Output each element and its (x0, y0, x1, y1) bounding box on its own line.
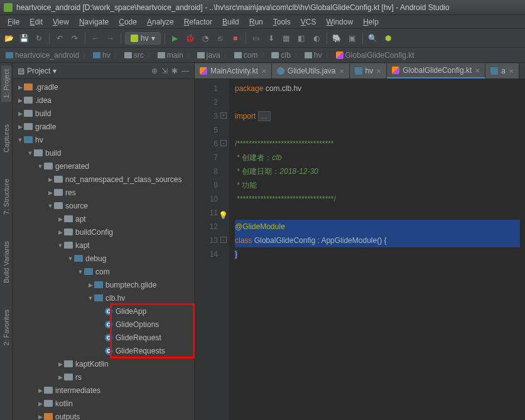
tool-tab-buildvariants[interactable]: Build Variants (1, 237, 11, 287)
tree-arrow-icon[interactable]: ▶ (57, 361, 64, 367)
tree-item[interactable]: CGlideApp (13, 304, 194, 318)
tree-arrow-icon[interactable]: ▶ (57, 216, 64, 222)
breadcrumb-item[interactable]: main (156, 51, 185, 60)
tree-item[interactable]: ▼com (13, 265, 194, 278)
fold-icon[interactable]: - (220, 237, 227, 243)
tree-item[interactable]: ▼hv (13, 133, 194, 146)
breadcrumb-item[interactable]: hv (91, 51, 112, 60)
menu-help[interactable]: Help (358, 16, 384, 28)
tree-item[interactable]: ▶apt (13, 212, 194, 225)
resource-icon[interactable]: ◧ (295, 32, 308, 45)
open-icon[interactable]: 📂 (3, 32, 15, 45)
tree-arrow-icon[interactable]: ▶ (16, 97, 24, 104)
project-tree[interactable]: ▶.gradle▶.idea▶build▶gradle▼hv▼build▼gen… (13, 79, 194, 420)
menu-edit[interactable]: Edit (24, 16, 48, 28)
menu-refactor[interactable]: Refactor (179, 16, 217, 28)
tree-arrow-icon[interactable]: ▼ (87, 295, 94, 301)
tree-item[interactable]: ▶buildConfig (13, 225, 194, 239)
tree-arrow-icon[interactable]: ▼ (36, 163, 44, 170)
tool-tab-favorites[interactable]: 2: Favorites (1, 306, 11, 349)
tree-arrow-icon[interactable]: ▶ (16, 124, 24, 130)
menu-analyze[interactable]: Analyze (142, 16, 179, 28)
editor-tab[interactable]: GlobalGlideConfig.kt✕ (387, 63, 485, 78)
tree-arrow-icon[interactable]: ▶ (46, 176, 54, 183)
tree-item[interactable]: ▶bumptech.glide (13, 278, 194, 291)
run-icon[interactable]: ▶ (169, 32, 181, 45)
tree-item[interactable]: ▶gradle (13, 120, 194, 133)
close-icon[interactable]: ✕ (376, 68, 381, 75)
stop-icon[interactable]: ■ (229, 32, 242, 45)
undo-icon[interactable]: ↶ (53, 32, 66, 45)
tree-arrow-icon[interactable]: ▼ (26, 150, 34, 156)
theme-icon[interactable]: ◐ (310, 32, 323, 45)
run-config-selector[interactable]: hv ▾ (125, 32, 161, 45)
tree-item[interactable]: ▶build (13, 107, 194, 120)
chevron-down-icon[interactable]: ▾ (53, 67, 57, 75)
tree-arrow-icon[interactable]: ▶ (16, 84, 24, 90)
target-icon[interactable]: ⊕ (151, 67, 158, 75)
editor-tab[interactable]: GlideUtils.java✕ (272, 63, 350, 78)
menu-window[interactable]: Window (321, 16, 358, 28)
tree-item[interactable]: ▶.gradle (13, 80, 194, 94)
tool-tab-project[interactable]: 1: Project (1, 65, 11, 102)
editor-tab[interactable]: a✕ (485, 63, 519, 78)
profile-icon[interactable]: ◔ (199, 32, 212, 45)
breadcrumb-item[interactable]: src (122, 51, 146, 60)
back-icon[interactable]: ← (89, 32, 102, 45)
breadcrumb-item[interactable]: hv (303, 51, 324, 60)
tree-arrow-icon[interactable]: ▼ (67, 256, 74, 262)
breadcrumb-item[interactable]: java (195, 51, 222, 60)
tree-arrow-icon[interactable]: ▼ (46, 203, 54, 209)
tree-item[interactable]: ▼kapt (13, 239, 194, 252)
tree-item[interactable]: ▶kaptKotlin (13, 357, 194, 370)
tree-arrow-icon[interactable]: ▼ (57, 242, 64, 249)
code[interactable]: package com.clb.hvimport .../***********… (230, 79, 525, 420)
tree-item[interactable]: ▶outputs (13, 410, 194, 420)
tree-item[interactable]: CGlideOptions (13, 318, 194, 331)
close-icon[interactable]: ✕ (339, 68, 344, 75)
fold-icon[interactable]: - (220, 140, 227, 146)
breadcrumb-item[interactable]: clb (269, 51, 292, 60)
search-icon[interactable]: 🔍 (367, 32, 379, 45)
tree-item[interactable]: ▶kotlin (13, 397, 194, 410)
tree-item[interactable]: ▼generated (13, 159, 194, 173)
menu-run[interactable]: Run (244, 16, 268, 28)
tree-arrow-icon[interactable]: ▶ (36, 387, 44, 394)
breadcrumb-item[interactable]: GlobalGlideConfig.kt (334, 51, 416, 60)
breadcrumb-item[interactable]: heartvoice_android (4, 51, 81, 60)
tool-tab-structure[interactable]: 7: Structure (1, 175, 11, 218)
menu-navigate[interactable]: Navigate (74, 16, 114, 28)
menu-build[interactable]: Build (217, 16, 244, 28)
tree-item[interactable]: ▼build (13, 146, 194, 159)
redo-icon[interactable]: ↷ (68, 32, 81, 45)
tree-item[interactable]: ▶res (13, 186, 194, 199)
close-icon[interactable]: ✕ (475, 67, 480, 74)
attach-icon[interactable]: ⎋ (214, 32, 227, 45)
tree-arrow-icon[interactable]: ▼ (77, 269, 84, 275)
tree-item[interactable]: ▶not_namespaced_r_class_sources (13, 173, 194, 186)
forward-icon[interactable]: → (104, 32, 117, 45)
intention-bulb-icon[interactable]: 💡 (219, 208, 228, 222)
collapse-icon[interactable]: ⇲ (161, 67, 168, 75)
editor-tab[interactable]: hv✕ (350, 63, 387, 78)
sdk-icon[interactable]: ⬇ (265, 32, 278, 45)
gradle-icon[interactable]: 🐘 (331, 32, 344, 45)
tree-item[interactable]: ▶intermediates (13, 384, 194, 397)
tree-arrow-icon[interactable]: ▶ (16, 110, 24, 117)
gear-icon[interactable]: ✱ (171, 67, 178, 75)
tree-item[interactable]: ▶.idea (13, 94, 194, 107)
fold-icon[interactable]: + (220, 112, 227, 119)
tool-tab-captures[interactable]: Captures (1, 121, 11, 156)
tree-item[interactable]: ▼source (13, 199, 194, 212)
tree-arrow-icon[interactable]: ▶ (36, 414, 44, 420)
breadcrumb-item[interactable]: com (232, 51, 260, 60)
tree-arrow-icon[interactable]: ▶ (46, 190, 54, 196)
tree-arrow-icon[interactable]: ▶ (36, 401, 44, 407)
tree-arrow-icon[interactable]: ▶ (57, 229, 64, 235)
menu-view[interactable]: View (48, 16, 74, 28)
gutter[interactable]: 123+56-7891011💡1213-14 (195, 79, 230, 420)
debug-icon[interactable]: 🐞 (184, 32, 197, 45)
close-icon[interactable]: ✕ (261, 68, 266, 75)
editor-body[interactable]: 123+56-7891011💡1213-14 package com.clb.h… (195, 79, 525, 420)
menu-vcs[interactable]: VCS (296, 16, 322, 28)
